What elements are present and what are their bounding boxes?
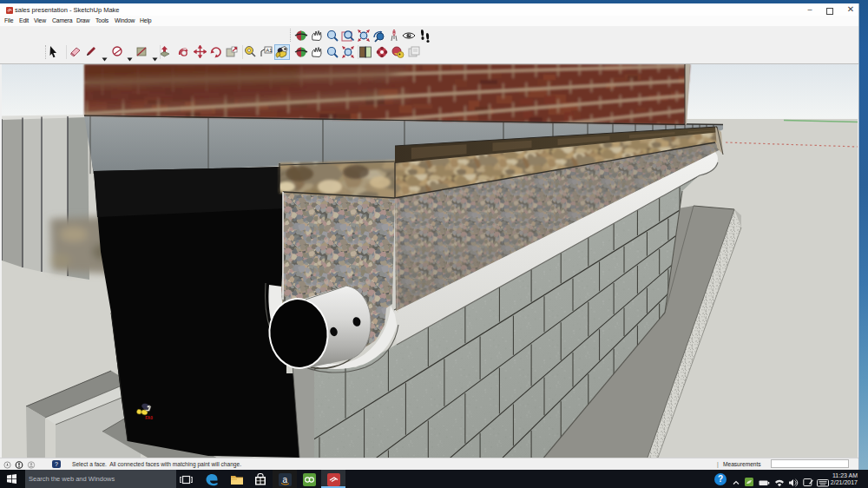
svg-text:FA0: FA0 — [145, 416, 153, 420]
svg-text:A1: A1 — [266, 48, 273, 53]
svg-text:a: a — [283, 475, 288, 485]
